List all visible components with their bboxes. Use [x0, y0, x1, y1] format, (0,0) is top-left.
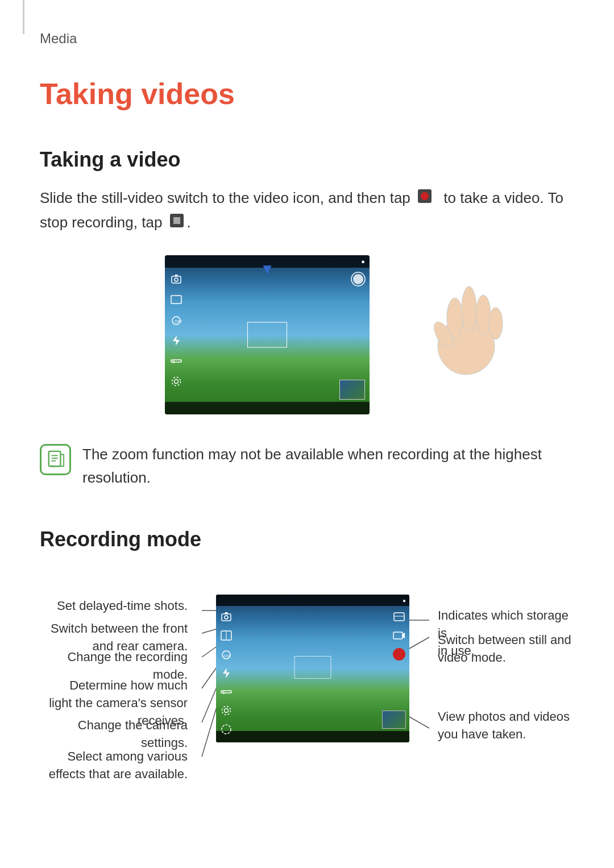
svg-line-35	[409, 717, 429, 728]
diag-top-bar: ●	[216, 595, 409, 606]
diag-icon-storage	[392, 609, 406, 624]
ann-still-video: Switch between still andvideo mode.	[438, 632, 574, 667]
ann-delayed-time: Set delayed-time shots.	[40, 597, 188, 615]
diag-icon-cam	[219, 609, 234, 624]
icon-camera	[168, 271, 184, 287]
svg-rect-51	[393, 632, 403, 639]
svg-line-34	[409, 637, 429, 649]
note-icon	[40, 444, 71, 475]
icon-timer: OFF	[168, 312, 184, 328]
svg-text:5: 5	[172, 359, 175, 364]
svg-point-48	[222, 725, 231, 734]
note-text: The zoom function may not be available w…	[82, 443, 574, 490]
intro-text: Slide the still-video switch to the vide…	[40, 186, 574, 235]
icon-settings	[168, 373, 184, 389]
svg-point-46	[225, 709, 229, 713]
diag-thumb	[382, 711, 406, 729]
diag-icon-settings2	[219, 703, 234, 718]
diag-focus-rect	[294, 656, 331, 679]
diag-icon-switch	[219, 628, 234, 643]
diag-icon-rec	[392, 647, 406, 662]
svg-rect-4	[172, 276, 181, 283]
svg-text:OFF: OFF	[224, 654, 231, 658]
note-box: The zoom function may not be available w…	[40, 437, 574, 496]
svg-point-20	[476, 295, 491, 335]
camera-screen-1: ● OFF 5	[165, 255, 370, 414]
camera-screenshot-1: ● OFF 5	[165, 255, 449, 414]
diag-icon-timer2: OFF	[219, 647, 234, 662]
left-icons-1: OFF 5	[168, 271, 184, 389]
icon-mode	[168, 292, 184, 308]
diag-right-icons	[392, 609, 406, 662]
diag-icon-vidswitch	[392, 628, 406, 643]
svg-marker-10	[173, 335, 180, 346]
svg-rect-23	[48, 451, 60, 466]
bottom-bar-1	[165, 402, 370, 414]
thumb-preview-1	[339, 380, 365, 400]
icon-flash	[168, 333, 184, 348]
icon-shutter	[350, 271, 366, 287]
diag-icon-exp2: 5	[219, 684, 234, 699]
svg-point-1	[421, 192, 429, 200]
ann-view-photos: View photos and videosyou have taken.	[438, 708, 574, 744]
ann-effects: Select among variouseffects that are ava…	[40, 748, 188, 783]
intro-text-end: .	[187, 214, 191, 231]
svg-point-13	[175, 379, 179, 383]
svg-rect-49	[394, 613, 404, 621]
svg-point-47	[222, 707, 231, 715]
diag-left-icons: OFF 5	[219, 609, 234, 737]
record-dot	[393, 648, 405, 661]
svg-point-19	[462, 286, 476, 332]
svg-text:5: 5	[222, 690, 225, 695]
diag-bottom-bar	[216, 731, 409, 742]
svg-rect-36	[222, 614, 231, 621]
svg-rect-3	[173, 217, 180, 224]
breadcrumb: Media	[40, 28, 574, 49]
right-icons-1	[350, 271, 366, 287]
svg-marker-6	[175, 275, 178, 276]
diag-icon-flash2	[219, 666, 234, 680]
record-button-icon	[417, 187, 437, 211]
intro-text-part1: Slide the still-video switch to the vide…	[40, 189, 410, 206]
svg-rect-7	[171, 296, 181, 304]
ann-camera-settings: Change the camerasettings.	[40, 717, 188, 752]
diag-icon-effects	[219, 722, 234, 737]
focus-rect-1	[247, 322, 287, 347]
svg-point-21	[489, 308, 503, 339]
page-title: Taking videos	[40, 72, 574, 116]
svg-point-16	[353, 274, 363, 284]
svg-text:OFF: OFF	[175, 319, 182, 323]
recording-mode-diagram: ● OFF 5	[40, 566, 574, 868]
section1-title: Taking a video	[40, 144, 574, 175]
icon-exposure: 5	[168, 353, 184, 369]
down-arrow: ▼	[260, 258, 275, 280]
svg-marker-38	[225, 612, 228, 614]
page-border	[23, 0, 24, 34]
svg-point-5	[175, 278, 178, 281]
section2-title: Recording mode	[40, 524, 574, 555]
camera-screen-2: ● OFF 5	[216, 595, 409, 742]
svg-point-37	[225, 616, 228, 619]
hand-gesture	[421, 267, 512, 387]
stop-button-icon	[169, 211, 184, 235]
svg-marker-43	[223, 668, 230, 678]
svg-point-14	[172, 377, 181, 385]
